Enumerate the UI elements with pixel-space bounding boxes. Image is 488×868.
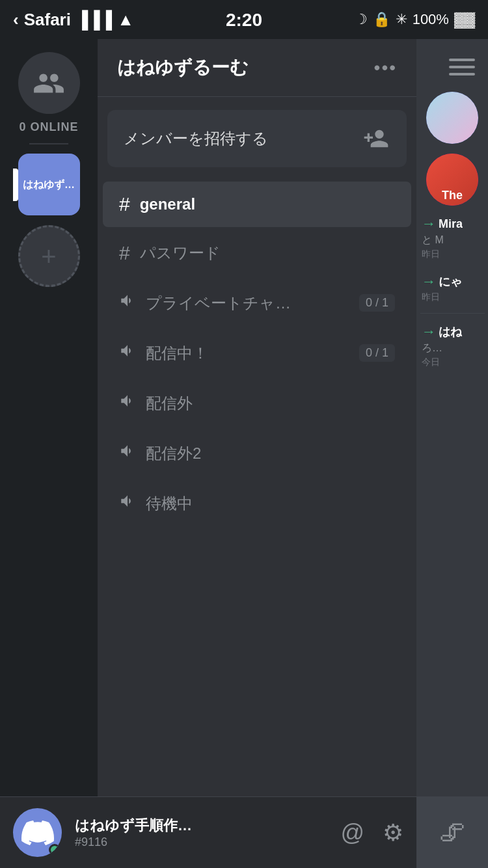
app-container: 0 ONLINE はねゆず… + はねゆずるーむ ••• メンバーを招待する [0, 39, 488, 868]
lock-icon: 🔒 [373, 11, 390, 28]
voice-icon [119, 342, 136, 364]
active-indicator [13, 169, 18, 201]
status-bar-right: ☽ 🔒 ✳ 100% ▓▓ [355, 11, 475, 28]
more-options-button[interactable]: ••• [374, 57, 397, 78]
hamburger-button[interactable] [416, 49, 488, 85]
channel-name-password: パスワード [140, 243, 395, 264]
active-server-label: はねゆず… [20, 176, 77, 193]
user-avatar[interactable] [13, 808, 62, 857]
avatar-image-1 [426, 92, 478, 144]
arrow-right-icon-3: → [422, 323, 436, 340]
invite-section[interactable]: メンバーを招待する [107, 110, 407, 167]
channel-header: はねゆずるーむ ••• [98, 39, 416, 97]
plus-icon: + [41, 243, 56, 269]
channel-item-offstream2[interactable]: 配信外2 [103, 429, 411, 477]
right-message-text-1: と M [422, 234, 483, 247]
user-tag-label: #9116 [75, 835, 327, 849]
moon-icon: ☽ [355, 11, 368, 28]
username-label: はねゆず手順作… [75, 816, 327, 835]
server-icon-group[interactable] [18, 52, 80, 114]
hamburger-line-2 [449, 66, 475, 68]
settings-button[interactable]: ⚙ [383, 819, 403, 847]
carrier-label: Safari [24, 10, 71, 30]
channel-item-streaming[interactable]: 配信中！ 0 / 1 [103, 329, 411, 377]
online-indicator [49, 844, 61, 856]
bottom-bar: はねゆず手順作… #9116 @ ⚙ [0, 796, 416, 868]
channel-item-waiting[interactable]: 待機中 [103, 480, 411, 527]
channel-name-offstream2: 配信外2 [146, 443, 395, 464]
paperclip-icon: 🖇 [439, 818, 465, 847]
right-avatar-1[interactable] [426, 92, 478, 144]
right-panel: The → Mira と M 昨日 → にゃ 昨日 → はね ろ [416, 39, 488, 868]
wifi-icon: ▲ [117, 10, 134, 30]
hamburger-line-3 [449, 73, 475, 75]
right-message-time-2: 昨日 [422, 292, 483, 303]
member-count-streaming: 0 / 1 [359, 344, 395, 362]
discord-logo-icon [21, 817, 54, 849]
channel-item-password[interactable]: # パスワード [103, 230, 411, 277]
invite-icon [362, 124, 390, 153]
right-message-2[interactable]: → にゃ 昨日 [416, 267, 488, 310]
arrow-right-icon-2: → [422, 273, 436, 290]
battery-label: 100% [413, 11, 449, 28]
status-bar: ‹ Safari ▐▐▐ ▲ 2:20 ☽ 🔒 ✳ 100% ▓▓ [0, 0, 488, 39]
voice-icon [119, 292, 136, 314]
status-bar-left: ‹ Safari ▐▐▐ ▲ [13, 10, 134, 30]
arrow-right-icon-1: → [422, 215, 436, 232]
channel-item-offstream[interactable]: 配信外 [103, 379, 411, 427]
hamburger-line-1 [449, 59, 475, 61]
channel-list: はねゆずるーむ ••• メンバーを招待する # general # パスワード [98, 39, 416, 868]
right-divider [420, 313, 485, 314]
hash-icon: # [119, 243, 130, 263]
right-message-name-2: にゃ [439, 274, 462, 290]
divider [29, 143, 68, 144]
signal-icon: ▐▐▐ [76, 10, 112, 30]
right-avatar-2[interactable]: The [426, 154, 478, 206]
voice-icon [119, 392, 136, 414]
server-title: はねゆずるーむ [117, 55, 249, 80]
bluetooth-icon: ✳ [396, 11, 407, 28]
right-message-time-1: 昨日 [422, 249, 483, 260]
channel-name-general: general [140, 195, 395, 213]
add-server-button[interactable]: + [18, 225, 80, 287]
channel-name-private: プライベートチャ… [146, 293, 349, 314]
right-message-name-3: はね [439, 324, 462, 340]
member-count-private: 0 / 1 [359, 294, 395, 312]
right-message-3[interactable]: → はね ろ… 今日 [416, 317, 488, 375]
battery-icon: ▓▓ [454, 11, 475, 28]
hash-icon: # [119, 195, 130, 214]
channel-name-offstream: 配信外 [146, 393, 395, 414]
voice-icon [119, 442, 136, 464]
right-message-time-3: 今日 [422, 357, 483, 368]
back-arrow: ‹ [13, 10, 19, 30]
channel-name-waiting: 待機中 [146, 493, 395, 514]
right-message-name-1: Mira [439, 217, 463, 231]
avatar-label-the: The [442, 189, 463, 202]
invite-text: メンバーを招待する [124, 128, 268, 149]
channel-item-private[interactable]: プライベートチャ… 0 / 1 [103, 279, 411, 327]
user-info: はねゆず手順作… #9116 [75, 816, 327, 849]
right-message-1[interactable]: → Mira と M 昨日 [416, 209, 488, 267]
right-message-text-3: ろ… [422, 342, 483, 355]
status-time: 2:20 [226, 10, 262, 31]
voice-icon [119, 493, 136, 514]
active-server[interactable]: はねゆず… [18, 154, 80, 215]
channel-item-general[interactable]: # general [103, 182, 411, 227]
server-list: 0 ONLINE はねゆず… + [0, 39, 98, 868]
group-icon [33, 67, 65, 100]
bottom-actions: @ ⚙ [340, 819, 403, 847]
right-bottom-input[interactable]: 🖇 [416, 796, 488, 868]
mention-button[interactable]: @ [340, 819, 364, 847]
online-count: 0 ONLINE [19, 120, 78, 134]
channel-name-streaming: 配信中！ [146, 343, 349, 364]
